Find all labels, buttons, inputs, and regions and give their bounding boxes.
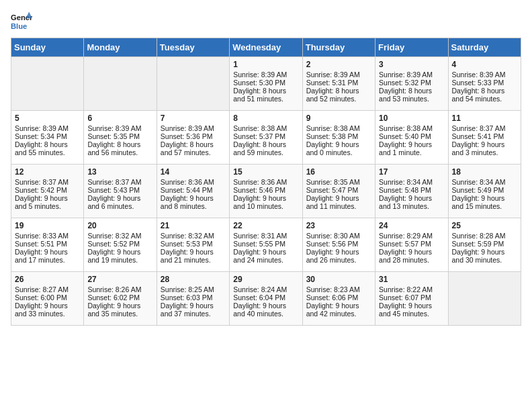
day-info-line: Daylight: 9 hours — [15, 194, 80, 202]
calendar-cell: 26Sunrise: 8:27 AMSunset: 6:00 PMDayligh… — [11, 272, 84, 326]
day-info-line: Sunset: 5:57 PM — [379, 240, 444, 248]
day-info-line: Sunrise: 8:39 AM — [233, 71, 298, 79]
day-info-line: and 30 minutes. — [452, 256, 517, 264]
calendar-cell: 3Sunrise: 8:39 AMSunset: 5:32 PMDaylight… — [375, 57, 448, 111]
day-info-line: Sunrise: 8:37 AM — [87, 178, 152, 186]
day-info-line: Sunrise: 8:25 AM — [161, 285, 226, 293]
calendar-cell: 11Sunrise: 8:37 AMSunset: 5:41 PMDayligh… — [448, 111, 521, 165]
weekday-header-thursday: Thursday — [302, 38, 375, 57]
day-info-line: Sunset: 5:33 PM — [452, 79, 517, 87]
day-number: 6 — [87, 113, 152, 123]
day-info-line: Sunset: 5:43 PM — [87, 186, 152, 194]
day-info-line: Daylight: 8 hours — [233, 140, 298, 148]
logo-icon: General Blue — [11, 11, 32, 32]
day-info-line: Sunrise: 8:36 AM — [161, 178, 226, 186]
day-info-line: Daylight: 9 hours — [233, 194, 298, 202]
day-info-line: Sunset: 5:36 PM — [161, 132, 226, 140]
day-info-line: Daylight: 9 hours — [306, 194, 371, 202]
day-info-line: and 28 minutes. — [379, 256, 444, 264]
calendar-cell: 17Sunrise: 8:34 AMSunset: 5:48 PMDayligh… — [375, 165, 448, 218]
day-info-line: and 0 minutes. — [306, 148, 371, 156]
day-info-line: Sunrise: 8:34 AM — [452, 178, 517, 186]
day-info-line: Sunrise: 8:26 AM — [87, 285, 152, 293]
day-info-line: Sunrise: 8:32 AM — [87, 232, 152, 240]
calendar-week-row: 26Sunrise: 8:27 AMSunset: 6:00 PMDayligh… — [11, 272, 521, 326]
day-number: 25 — [452, 221, 517, 230]
calendar-cell: 7Sunrise: 8:39 AMSunset: 5:36 PMDaylight… — [157, 111, 229, 165]
day-info-line: Daylight: 8 hours — [306, 87, 371, 95]
weekday-header-sunday: Sunday — [11, 38, 84, 57]
day-info-line: Daylight: 8 hours — [15, 140, 80, 148]
day-info-line: and 11 minutes. — [306, 202, 371, 210]
day-info-line: and 19 minutes. — [87, 256, 152, 264]
day-info-line: Sunset: 5:34 PM — [15, 132, 80, 140]
calendar-cell: 13Sunrise: 8:37 AMSunset: 5:43 PMDayligh… — [84, 165, 157, 218]
day-info-line: Sunrise: 8:29 AM — [379, 232, 444, 240]
day-info-line: and 8 minutes. — [161, 202, 226, 210]
day-info-line: Daylight: 9 hours — [379, 140, 444, 148]
day-info-line: Sunrise: 8:30 AM — [306, 232, 371, 240]
calendar-cell: 4Sunrise: 8:39 AMSunset: 5:33 PMDaylight… — [448, 57, 521, 111]
calendar-cell: 2Sunrise: 8:39 AMSunset: 5:31 PMDaylight… — [302, 57, 375, 111]
day-info-line: Sunset: 5:55 PM — [233, 240, 298, 248]
weekday-header-wednesday: Wednesday — [230, 38, 302, 57]
day-info-line: and 3 minutes. — [452, 148, 517, 156]
day-info-line: Daylight: 8 hours — [161, 140, 226, 148]
day-info-line: and 51 minutes. — [233, 95, 298, 103]
day-info-line: Daylight: 8 hours — [87, 140, 152, 148]
day-info-line: Sunset: 6:04 PM — [233, 293, 298, 302]
day-number: 8 — [233, 113, 298, 123]
day-info-line: Sunrise: 8:27 AM — [15, 285, 80, 293]
day-number: 11 — [452, 113, 517, 123]
day-info-line: Sunset: 5:38 PM — [306, 132, 371, 140]
calendar-cell: 20Sunrise: 8:32 AMSunset: 5:52 PMDayligh… — [84, 218, 157, 272]
day-info-line: Sunset: 5:40 PM — [379, 132, 444, 140]
day-info-line: Daylight: 9 hours — [452, 140, 517, 148]
day-info-line: Sunrise: 8:37 AM — [452, 124, 517, 132]
calendar-week-row: 12Sunrise: 8:37 AMSunset: 5:42 PMDayligh… — [11, 165, 521, 218]
calendar-cell: 14Sunrise: 8:36 AMSunset: 5:44 PMDayligh… — [157, 165, 229, 218]
day-number: 23 — [306, 221, 371, 230]
day-info-line: Daylight: 8 hours — [233, 87, 298, 95]
day-info-line: and 40 minutes. — [233, 310, 298, 318]
day-number: 7 — [161, 113, 226, 123]
calendar-cell: 6Sunrise: 8:39 AMSunset: 5:35 PMDaylight… — [84, 111, 157, 165]
day-info-line: and 10 minutes. — [233, 202, 298, 210]
day-number: 10 — [379, 113, 444, 123]
calendar-week-row: 1Sunrise: 8:39 AMSunset: 5:30 PMDaylight… — [11, 57, 521, 111]
day-info-line: Sunset: 6:02 PM — [87, 293, 152, 302]
calendar-header-row: SundayMondayTuesdayWednesdayThursdayFrid… — [11, 38, 521, 57]
day-info-line: and 5 minutes. — [15, 202, 80, 210]
calendar-week-row: 5Sunrise: 8:39 AMSunset: 5:34 PMDaylight… — [11, 111, 521, 165]
day-info-line: Sunset: 6:06 PM — [306, 293, 371, 302]
day-number: 22 — [233, 221, 298, 230]
calendar-cell: 27Sunrise: 8:26 AMSunset: 6:02 PMDayligh… — [84, 272, 157, 326]
weekday-header-monday: Monday — [84, 38, 157, 57]
day-info-line: and 15 minutes. — [452, 202, 517, 210]
page-header: General Blue — [11, 11, 521, 32]
day-info-line: Daylight: 9 hours — [306, 302, 371, 310]
calendar-cell: 30Sunrise: 8:23 AMSunset: 6:06 PMDayligh… — [302, 272, 375, 326]
calendar-cell: 15Sunrise: 8:36 AMSunset: 5:46 PMDayligh… — [230, 165, 302, 218]
day-info-line: Sunrise: 8:32 AM — [161, 232, 226, 240]
logo: General Blue — [11, 11, 35, 32]
day-number: 9 — [306, 113, 371, 123]
day-info-line: Sunrise: 8:23 AM — [306, 285, 371, 293]
day-info-line: Daylight: 9 hours — [306, 248, 371, 256]
day-info-line: and 21 minutes. — [161, 256, 226, 264]
day-info-line: Sunset: 5:42 PM — [15, 186, 80, 194]
day-info-line: Sunset: 6:00 PM — [15, 293, 80, 302]
day-info-line: Daylight: 8 hours — [379, 87, 444, 95]
day-info-line: Daylight: 9 hours — [87, 194, 152, 202]
day-info-line: and 55 minutes. — [15, 148, 80, 156]
day-number: 31 — [379, 275, 444, 284]
calendar-cell: 10Sunrise: 8:38 AMSunset: 5:40 PMDayligh… — [375, 111, 448, 165]
day-info-line: Daylight: 9 hours — [379, 194, 444, 202]
day-info-line: Sunrise: 8:31 AM — [233, 232, 298, 240]
day-info-line: Daylight: 9 hours — [306, 140, 371, 148]
day-info-line: Sunrise: 8:37 AM — [15, 178, 80, 186]
day-info-line: and 37 minutes. — [161, 310, 226, 318]
calendar-cell: 25Sunrise: 8:28 AMSunset: 5:59 PMDayligh… — [448, 218, 521, 272]
day-info-line: Sunrise: 8:39 AM — [161, 124, 226, 132]
calendar-cell: 16Sunrise: 8:35 AMSunset: 5:47 PMDayligh… — [302, 165, 375, 218]
